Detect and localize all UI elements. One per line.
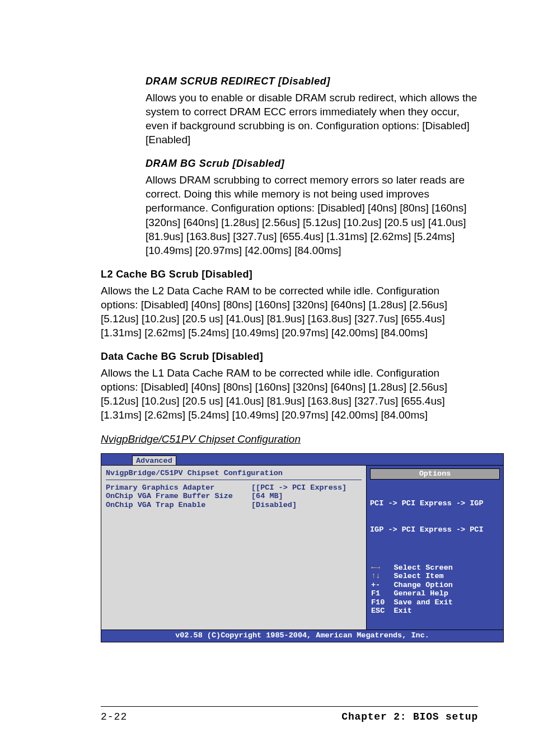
- bios-help-desc: Change Option: [394, 581, 453, 589]
- paragraph: Allows you to enable or disable DRAM scr…: [146, 91, 478, 147]
- bios-option-value: [[PCI -> PCI Express]: [251, 483, 346, 492]
- bios-option-label: OnChip VGA Trap Enable: [106, 501, 251, 510]
- bios-help-desc: Select Item: [394, 572, 444, 580]
- bios-help-desc: Select Screen: [394, 564, 453, 572]
- bios-tab-advanced: Advanced: [132, 456, 176, 466]
- subheading-chipset-config: NvigpBridge/C51PV Chipset Configuration: [101, 433, 478, 445]
- arrow-up-down-icon: ↑↓: [371, 572, 380, 580]
- bios-help-desc: Exit: [394, 607, 412, 615]
- chapter-title: Chapter 2: BIOS setup: [341, 711, 478, 722]
- bios-options-line: PCI -> PCI Express -> IGP: [370, 499, 500, 508]
- bios-help-key: F1: [371, 589, 380, 598]
- heading-dram-scrub-redirect: DRAM SCRUB REDIRECT [Disabled]: [146, 76, 478, 87]
- bios-right-panel: Options PCI -> PCI Express -> IGP IGP ->…: [366, 465, 503, 630]
- heading-l2-cache-bg-scrub: L2 Cache BG Scrub [Disabled]: [101, 269, 478, 280]
- bios-left-panel: NvigpBridge/C51PV Chipset Configuration …: [101, 465, 366, 630]
- arrow-left-right-icon: ←→: [371, 564, 380, 572]
- bios-options-title: Options: [370, 468, 500, 480]
- bios-help-desc: General Help: [394, 589, 448, 598]
- paragraph: Allows the L1 Data Cache RAM to be corre…: [101, 366, 478, 422]
- heading-dram-bg-scrub: DRAM BG Scrub [Disabled]: [146, 158, 478, 170]
- bios-options-line: IGP -> PCI Express -> PCI: [370, 525, 500, 534]
- bios-option-label: OnChip VGA Frame Buffer Size: [106, 492, 251, 501]
- bios-panel-title: NvigpBridge/C51PV Chipset Configuration: [106, 469, 362, 478]
- paragraph: Allows DRAM scrubbing to correct memory …: [146, 173, 478, 257]
- paragraph: Allows the L2 Data Cache RAM to be corre…: [101, 284, 478, 340]
- bios-help-key: F10: [371, 598, 385, 607]
- bios-option-row: Primary Graphics Adapter [[PCI -> PCI Ex…: [106, 483, 362, 492]
- bios-screenshot: Advanced NvigpBridge/C51PV Chipset Confi…: [101, 453, 504, 642]
- bios-option-row: OnChip VGA Frame Buffer Size [64 MB]: [106, 492, 362, 501]
- bios-option-label: Primary Graphics Adapter: [106, 483, 251, 492]
- bios-help-block: ←→ Select Screen ↑↓ Select Item +- Chang…: [367, 551, 503, 630]
- bios-option-value: [64 MB]: [251, 492, 283, 501]
- heading-data-cache-bg-scrub: Data Cache BG Scrub [Disabled]: [101, 351, 478, 363]
- bios-footer: v02.58 (C)Copyright 1985-2004, American …: [101, 630, 503, 642]
- page-number: 2-22: [101, 711, 127, 722]
- bios-help-key: ESC: [371, 607, 385, 615]
- bios-help-desc: Save and Exit: [394, 598, 453, 607]
- bios-option-value: [Disabled]: [251, 501, 297, 510]
- bios-option-row: OnChip VGA Trap Enable [Disabled]: [106, 501, 362, 510]
- bios-help-key: +-: [371, 581, 380, 589]
